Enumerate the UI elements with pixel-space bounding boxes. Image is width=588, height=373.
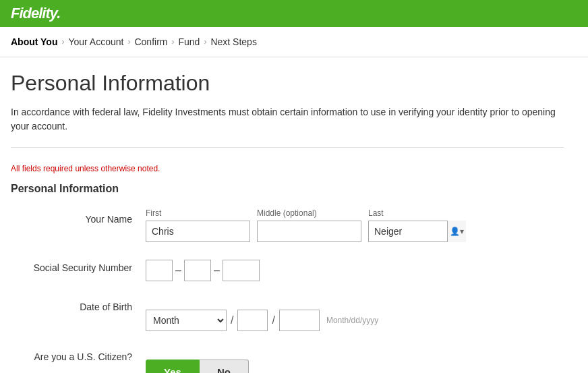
dob-month-select[interactable]: Month January February March April May J…: [146, 310, 227, 331]
middle-name-input[interactable]: [257, 221, 361, 242]
breadcrumb-fund[interactable]: Fund: [178, 36, 200, 47]
middle-name-group: Middle (optional): [257, 208, 361, 242]
breadcrumb-your-account[interactable]: Your Account: [68, 36, 123, 47]
section-title: Personal Information: [11, 183, 577, 195]
citizen-toggle: Yes No: [146, 360, 249, 373]
page-title: Personal Information: [11, 71, 577, 96]
breadcrumb-sep-4: ›: [204, 37, 206, 47]
breadcrumb: About You › Your Account › Confirm › Fun…: [0, 27, 588, 57]
ssn-row: Social Security Number – –: [11, 257, 577, 281]
breadcrumb-sep-1: ›: [61, 37, 64, 47]
last-name-group: Last 👤▾: [368, 208, 466, 242]
dob-fields: Month January February March April May J…: [146, 310, 378, 331]
ssn-sep-1: –: [175, 264, 181, 277]
citizen-row: Are you a U.S. Citizen? Yes No: [11, 346, 577, 373]
dob-slash-1: /: [231, 314, 233, 326]
your-name-fields: First Middle (optional) Last 👤▾: [146, 208, 466, 242]
yes-button[interactable]: Yes: [146, 360, 200, 373]
breadcrumb-confirm[interactable]: Confirm: [134, 36, 167, 47]
dob-row: Date of Birth Month January February Mar…: [11, 296, 577, 331]
ssn-sep-2: –: [214, 264, 220, 277]
person-chevron-icon: 👤▾: [450, 227, 464, 236]
dob-day-input[interactable]: [237, 310, 268, 331]
first-label: First: [146, 208, 250, 218]
first-name-group: First: [146, 208, 250, 242]
required-note: All fields required unless otherwise not…: [11, 164, 577, 173]
last-label: Last: [368, 208, 466, 218]
your-name-row: Your Name First Middle (optional) Last 👤…: [11, 208, 577, 242]
fidelity-logo: Fidelity.: [11, 5, 60, 22]
middle-label: Middle (optional): [257, 208, 361, 218]
breadcrumb-sep-3: ›: [171, 37, 174, 47]
citizen-label: Are you a U.S. Citizen?: [11, 346, 146, 362]
dob-year-input[interactable]: [279, 310, 320, 331]
ssn-part2-input[interactable]: [184, 260, 211, 281]
dob-label: Date of Birth: [11, 296, 146, 312]
ssn-part3-input[interactable]: [223, 260, 260, 281]
breadcrumb-sep-2: ›: [127, 37, 130, 47]
ssn-label: Social Security Number: [11, 257, 146, 273]
dob-format-hint: Month/dd/yyyy: [326, 316, 378, 325]
breadcrumb-next-steps[interactable]: Next Steps: [210, 36, 256, 47]
header: Fidelity.: [0, 0, 588, 27]
main-content: Personal Information In accordance with …: [0, 57, 588, 373]
your-name-label: Your Name: [11, 208, 146, 225]
no-button[interactable]: No: [200, 360, 249, 373]
dob-slash-2: /: [272, 314, 274, 326]
ssn-fields: – –: [146, 260, 260, 281]
last-name-dropdown-icon[interactable]: 👤▾: [447, 221, 466, 242]
breadcrumb-about-you[interactable]: About You: [11, 36, 57, 47]
ssn-part1-input[interactable]: [146, 260, 173, 281]
intro-text: In accordance with federal law, Fidelity…: [11, 105, 564, 148]
first-name-input[interactable]: [146, 221, 250, 242]
last-name-wrapper: 👤▾: [368, 221, 466, 242]
